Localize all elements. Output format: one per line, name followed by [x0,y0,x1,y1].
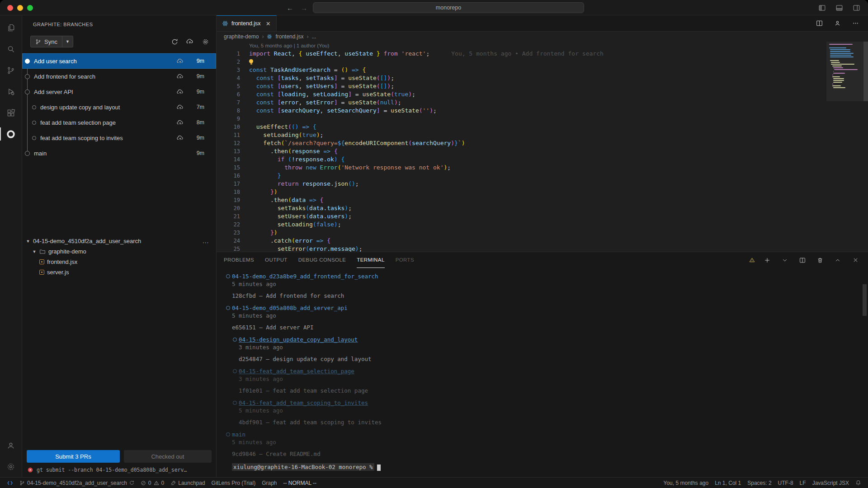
kill-terminal-icon[interactable] [815,255,826,266]
activity-settings[interactable] [0,456,22,477]
activity-account[interactable] [0,435,22,456]
editor-scrollbar[interactable] [863,42,868,101]
code-line[interactable]: 10 useEffect(() => { [217,123,868,131]
tree-file-row[interactable]: frontend.jsx [22,257,216,267]
gitlens-authors-header[interactable]: You, 5 months ago | 1 author (You) [217,42,868,50]
status-branch[interactable]: 04-15-demo_4510df2a_add_user_search [16,478,137,488]
notifications-bell-icon[interactable] [852,478,864,488]
activity-graphite[interactable] [0,123,22,145]
code-line[interactable]: 7 const [error, setError] = useState(nul… [217,99,868,107]
status-problems[interactable]: 0 0 [137,478,167,488]
code-line[interactable]: 2 [217,58,868,66]
status-indentation[interactable]: Spaces: 2 [744,478,774,488]
code-line[interactable]: 12 fetch(`/search?query=${encodeURICompo… [217,139,868,147]
terminal-branch-link[interactable]: 04-15-feat_add_team_selection_page [239,367,868,375]
close-panel-icon[interactable] [850,255,861,266]
status-launchpad[interactable]: Launchpad [167,478,208,488]
branch-row[interactable]: feat add team scoping to invites 9m [22,130,216,145]
split-editor-icon[interactable] [814,18,825,29]
terminal-branch-link[interactable]: 04-15-demo_d05a808b_add_server_api [232,304,868,312]
refresh-icon[interactable] [169,36,180,47]
breadcrumb-symbol[interactable]: ... [311,33,316,40]
cloud-upload-icon[interactable] [184,36,195,47]
code-line[interactable]: 14 if (!response.ok) { [217,155,868,164]
status-eol[interactable]: LF [797,478,809,488]
toggle-secondary-sidebar-icon[interactable] [851,2,862,13]
code-line[interactable]: 21 setUsers(data.users); [217,212,868,221]
branch-ref-header[interactable]: ▼ 04-15-demo_4510df2a_add_user_search ..… [22,236,216,246]
activity-extensions[interactable] [0,102,22,123]
minimize-window-button[interactable] [17,5,23,11]
branch-row[interactable]: Add frontend for search 9m [22,69,216,84]
terminal-scrollbar[interactable] [863,284,867,316]
code-line[interactable]: 1 import React, { useEffect, useState } … [217,50,868,58]
breadcrumb-folder[interactable]: graphite-demo [224,33,259,40]
close-window-button[interactable] [7,5,13,11]
chevron-down-icon[interactable]: ▼ [62,39,73,44]
toggle-sidebar-icon[interactable] [816,2,827,13]
maximize-panel-icon[interactable] [832,255,843,266]
zoom-window-button[interactable] [27,5,33,11]
more-actions-icon[interactable] [850,18,861,29]
tab-frontend-jsx[interactable]: frontend.jsx ✕ [217,15,277,31]
branch-row[interactable]: Add server API 9m [22,84,216,99]
code-line[interactable]: 13 .then(response => { [217,147,868,155]
code-line[interactable]: 25 setError(error.message); [217,245,868,252]
terminal-branch-link[interactable]: 04-15-design_update_copy_and_layout [239,336,868,343]
more-actions-icon[interactable]: ... [203,238,216,244]
navigate-forward-button[interactable]: → [301,4,307,12]
activity-search[interactable] [0,38,22,60]
code-line[interactable]: 15 throw new Error('Network response was… [217,164,868,172]
branch-row[interactable]: main 9m [22,145,216,161]
tab-output[interactable]: OUTPUT [265,252,288,268]
activity-run-debug[interactable] [0,81,22,102]
tab-problems[interactable]: PROBLEMS [224,252,254,268]
navigate-back-button[interactable]: ← [287,4,293,12]
code-line[interactable]: 20 setTasks(data.tasks); [217,204,868,212]
terminal-branch-link[interactable]: main [232,431,868,438]
code-line[interactable]: 22 setLoading(false); [217,221,868,229]
gear-icon[interactable] [200,36,211,47]
status-blame[interactable]: You, 5 months ago [660,478,712,488]
code-line[interactable]: 23 }) [217,229,868,237]
code-line[interactable]: 5 const [users, setUsers] = useState([])… [217,82,868,90]
code-line[interactable]: 19 .then(data => { [217,196,868,204]
tab-debug-console[interactable]: DEBUG CONSOLE [298,252,346,268]
remote-indicator[interactable] [4,478,16,488]
branch-row[interactable]: design update copy and layout 7m [22,99,216,115]
activity-source-control[interactable] [0,60,22,81]
branch-row[interactable]: Add user search 9m [22,53,216,69]
code-line[interactable]: 3 const TaskAndUserSearch = () => { [217,66,868,74]
lightbulb-icon[interactable] [249,59,253,63]
activity-explorer[interactable] [0,17,22,38]
code-line[interactable]: 11 setLoading(true); [217,131,868,139]
tab-ports[interactable]: PORTS [396,252,414,268]
code-line[interactable]: 17 return response.json(); [217,180,868,188]
tab-terminal[interactable]: TERMINAL [357,252,384,268]
code-line[interactable]: 16 } [217,172,868,180]
code-line[interactable]: 4 const [tasks, setTasks] = useState([])… [217,74,868,82]
chevron-down-icon[interactable] [779,255,790,266]
breadcrumb-file[interactable]: frontend.jsx [275,33,303,40]
terminal[interactable]: 04-15-demo_d23a8be9_add_frontend_for_sea… [217,268,868,477]
split-terminal-icon[interactable] [797,255,808,266]
status-cursor-position[interactable]: Ln 1, Col 1 [712,478,744,488]
code-editor[interactable]: You, 5 months ago | 1 author (You) 1 imp… [217,42,868,252]
code-line[interactable]: 18 }) [217,188,868,196]
code-line[interactable]: 9 [217,115,868,123]
code-line[interactable]: 24 .catch(error => { [217,237,868,245]
tree-folder-row[interactable]: ▼ graphite-demo [22,246,216,257]
status-encoding[interactable]: UTF-8 [775,478,797,488]
submit-prs-button[interactable]: Submit 3 PRs [27,450,120,463]
code-line[interactable]: 6 const [loading, setLoading] = useState… [217,90,868,99]
code-line[interactable]: 8 const [searchQuery, setSearchQuery] = … [217,107,868,115]
terminal-branch-link[interactable]: 04-15-demo_d23a8be9_add_frontend_for_sea… [232,272,868,280]
sync-split-button[interactable]: Sync ▼ [30,36,73,47]
close-tab-icon[interactable]: ✕ [266,20,271,27]
status-graph[interactable]: Graph [259,478,280,488]
toggle-panel-icon[interactable] [834,2,844,13]
command-center-search[interactable]: monorepo [313,2,584,13]
minimap[interactable] [829,44,859,88]
toggle-blame-icon[interactable] [832,18,843,29]
status-language-mode[interactable]: JavaScript JSX [809,478,852,488]
